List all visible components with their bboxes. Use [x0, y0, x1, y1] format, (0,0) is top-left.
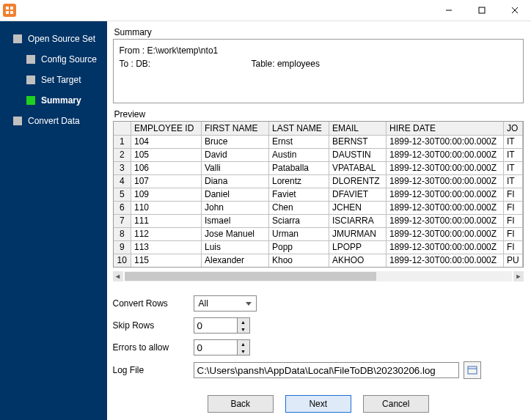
grid-cell[interactable]: Popp: [269, 240, 329, 254]
scroll-right-icon[interactable]: ►: [513, 271, 524, 281]
scroll-track[interactable]: [125, 271, 513, 281]
table-row[interactable]: 2105DavidAustinDAUSTIN1899-12-30T00:00:0…: [114, 148, 523, 161]
grid-cell[interactable]: Alexander: [202, 254, 269, 267]
skip-rows-spinner[interactable]: ▲▼: [238, 317, 250, 334]
grid-cell[interactable]: 1899-12-30T00:00:00.000Z: [387, 135, 504, 148]
table-row[interactable]: 1104BruceErnstBERNST1899-12-30T00:00:00.…: [114, 135, 523, 148]
scroll-left-icon[interactable]: ◄: [113, 271, 123, 281]
grid-cell[interactable]: 1899-12-30T00:00:00.000Z: [387, 214, 504, 227]
grid-cell[interactable]: 1899-12-30T00:00:00.000Z: [387, 174, 504, 188]
grid-cell[interactable]: IT: [504, 161, 523, 174]
grid-cell[interactable]: PU: [504, 254, 523, 267]
grid-col-header[interactable]: EMAIL: [329, 122, 387, 135]
sidebar-item-open-source-set[interactable]: Open Source Set: [0, 29, 107, 49]
next-button[interactable]: Next: [285, 395, 351, 413]
grid-cell[interactable]: DFAVIET: [329, 188, 387, 201]
log-file-input[interactable]: [194, 362, 459, 378]
sidebar-item-config-source[interactable]: Config Source: [0, 49, 107, 70]
grid-cell[interactable]: 106: [131, 161, 202, 174]
table-row[interactable]: 8112Jose ManuelUrmanJMURMAN1899-12-30T00…: [114, 227, 523, 240]
grid-cell[interactable]: Khoo: [269, 254, 329, 267]
errors-spinner[interactable]: ▲▼: [238, 339, 250, 355]
grid-cell[interactable]: IT: [504, 174, 523, 188]
table-row[interactable]: 3106ValliPataballaVPATABAL1899-12-30T00:…: [114, 161, 523, 174]
grid-cell[interactable]: FI: [504, 201, 523, 214]
horizontal-scrollbar[interactable]: ◄ ►: [113, 270, 524, 282]
grid-cell[interactable]: Austin: [269, 148, 329, 161]
grid-col-header[interactable]: LAST NAME: [269, 122, 329, 135]
convert-rows-select[interactable]: All: [194, 295, 257, 312]
grid-cell[interactable]: FI: [504, 227, 523, 240]
grid-cell[interactable]: 107: [131, 174, 202, 188]
grid-cell[interactable]: Chen: [269, 201, 329, 214]
browse-button[interactable]: [464, 361, 481, 379]
sidebar-item-summary[interactable]: Summary: [0, 90, 107, 111]
grid-cell[interactable]: Faviet: [269, 188, 329, 201]
table-row[interactable]: 6110JohnChenJCHEN1899-12-30T00:00:00.000…: [114, 201, 523, 214]
grid-cell[interactable]: Lorentz: [269, 174, 329, 188]
grid-cell[interactable]: FI: [504, 214, 523, 227]
grid-cell[interactable]: BERNST: [329, 135, 387, 148]
grid-cell[interactable]: IT: [504, 148, 523, 161]
grid-cell[interactable]: Urman: [269, 227, 329, 240]
table-row[interactable]: 10115AlexanderKhooAKHOO1899-12-30T00:00:…: [114, 254, 523, 267]
grid-cell[interactable]: 105: [131, 148, 202, 161]
table-row[interactable]: 5109DanielFavietDFAVIET1899-12-30T00:00:…: [114, 188, 523, 201]
grid-cell[interactable]: 1899-12-30T00:00:00.000Z: [387, 161, 504, 174]
grid-cell[interactable]: Bruce: [202, 135, 269, 148]
grid-cell[interactable]: Jose Manuel: [202, 227, 269, 240]
grid-cell[interactable]: Sciarra: [269, 214, 329, 227]
spinner-up-icon[interactable]: ▲: [238, 318, 249, 325]
grid-cell[interactable]: John: [202, 201, 269, 214]
grid-cell[interactable]: AKHOO: [329, 254, 387, 267]
sidebar-item-convert-data[interactable]: Convert Data: [0, 111, 107, 131]
grid-cell[interactable]: JCHEN: [329, 201, 387, 214]
grid-cell[interactable]: 113: [131, 240, 202, 254]
grid-cell[interactable]: Diana: [202, 174, 269, 188]
grid-cell[interactable]: VPATABAL: [329, 161, 387, 174]
grid-col-header[interactable]: JO: [504, 122, 523, 135]
grid-cell[interactable]: Pataballa: [269, 161, 329, 174]
minimize-button[interactable]: [432, 0, 465, 21]
spinner-down-icon[interactable]: ▼: [238, 325, 249, 333]
grid-cell[interactable]: 1899-12-30T00:00:00.000Z: [387, 148, 504, 161]
grid-cell[interactable]: David: [202, 148, 269, 161]
grid-cell[interactable]: 112: [131, 227, 202, 240]
grid-col-header[interactable]: HIRE DATE: [387, 122, 504, 135]
grid-cell[interactable]: 110: [131, 201, 202, 214]
sidebar-item-set-target[interactable]: Set Target: [0, 70, 107, 90]
spinner-up-icon[interactable]: ▲: [238, 340, 249, 347]
spinner-down-icon[interactable]: ▼: [238, 347, 249, 355]
grid-cell[interactable]: IT: [504, 135, 523, 148]
grid-cell[interactable]: 1899-12-30T00:00:00.000Z: [387, 188, 504, 201]
grid-cell[interactable]: DLORENTZ: [329, 174, 387, 188]
errors-input[interactable]: [194, 339, 238, 355]
grid-col-header[interactable]: EMPLOYEE ID: [131, 122, 202, 135]
grid-cell[interactable]: 115: [131, 254, 202, 267]
back-button[interactable]: Back: [208, 395, 274, 413]
grid-cell[interactable]: Luis: [202, 240, 269, 254]
grid-cell[interactable]: 109: [131, 188, 202, 201]
preview-grid[interactable]: EMPLOYEE ID FIRST NAME LAST NAME EMAIL H…: [113, 121, 524, 268]
close-button[interactable]: [498, 0, 531, 21]
table-row[interactable]: 9113LuisPoppLPOPP1899-12-30T00:00:00.000…: [114, 240, 523, 254]
grid-cell[interactable]: 1899-12-30T00:00:00.000Z: [387, 254, 504, 267]
grid-cell[interactable]: FI: [504, 240, 523, 254]
scroll-thumb[interactable]: [125, 272, 377, 281]
grid-cell[interactable]: FI: [504, 188, 523, 201]
grid-cell[interactable]: JMURMAN: [329, 227, 387, 240]
table-row[interactable]: 7111IsmaelSciarraISCIARRA1899-12-30T00:0…: [114, 214, 523, 227]
table-row[interactable]: 4107DianaLorentzDLORENTZ1899-12-30T00:00…: [114, 174, 523, 188]
grid-cell[interactable]: Valli: [202, 161, 269, 174]
grid-cell[interactable]: DAUSTIN: [329, 148, 387, 161]
grid-cell[interactable]: Daniel: [202, 188, 269, 201]
grid-cell[interactable]: 104: [131, 135, 202, 148]
grid-col-header[interactable]: FIRST NAME: [202, 122, 269, 135]
grid-cell[interactable]: 1899-12-30T00:00:00.000Z: [387, 227, 504, 240]
maximize-button[interactable]: [465, 0, 498, 21]
skip-rows-input[interactable]: [194, 317, 238, 334]
grid-cell[interactable]: 1899-12-30T00:00:00.000Z: [387, 240, 504, 254]
grid-cell[interactable]: LPOPP: [329, 240, 387, 254]
grid-cell[interactable]: ISCIARRA: [329, 214, 387, 227]
grid-cell[interactable]: 111: [131, 214, 202, 227]
